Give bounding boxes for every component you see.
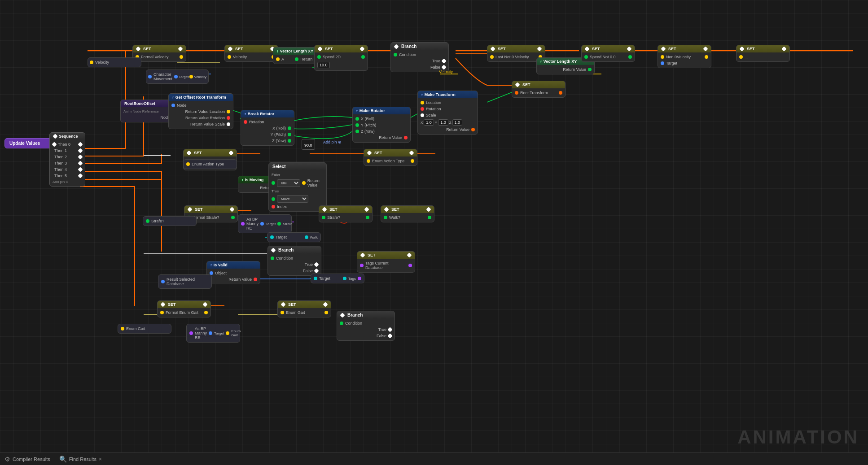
- strafe-var: Strafe?: [143, 216, 197, 226]
- break-rotator-node: f Break Rotator Rotation X (Roll) Y (Pit…: [241, 110, 294, 146]
- compiler-icon: ⚙: [4, 456, 10, 463]
- set-strafe-2: SET Strafe?: [319, 205, 373, 222]
- set-strafe-3: SET Walk?: [381, 205, 434, 222]
- set-node-tr3: SET ...: [736, 45, 790, 62]
- branch-is-valid: Branch Condition True False: [267, 246, 321, 276]
- character-movement-node: Character MovementTargetVelocity: [146, 70, 209, 84]
- set-speed-2d: SET Speed 2D 10.0: [314, 45, 368, 71]
- set-enum-action-2: SET Enum Action Type: [364, 149, 417, 166]
- set-enum-gait-1: SET Formal Enum Gait: [157, 300, 211, 317]
- enum-action-var: Enum Action Type: [183, 159, 237, 169]
- value-90: 90.0: [302, 139, 315, 150]
- sequence-node: Sequence Then 0 Then 1 Then 2 Then 3 The…: [49, 132, 85, 187]
- add-pin-label: Add pin ⊕: [323, 140, 342, 144]
- velocity-label: Velocity: [439, 70, 453, 74]
- true-select[interactable]: Move: [277, 195, 308, 203]
- make-rotator-node: f Make Rotator X (Roll) Y (Pitch) Z (Yaw…: [352, 107, 411, 143]
- get-offset-root-node: f Get Offset Root Transform Node Return …: [168, 93, 233, 129]
- set-node-tr1: SET Speed Not 0.0: [581, 45, 635, 62]
- branch-node-top: Branch Condition True False: [390, 42, 449, 72]
- set-root-transform: SET Root Transform: [512, 81, 566, 98]
- update-values-label: Update Values: [9, 141, 40, 146]
- search-icon: 🔍: [59, 456, 67, 463]
- set-node-2: SET Velocity: [224, 45, 278, 62]
- as-bp-manny-re-strafe: As BP Manny RETargetStrafe: [238, 214, 292, 233]
- enum-gait-var: Enum Gait: [118, 324, 171, 334]
- set-tags-database: SET Tags Current Database: [357, 251, 415, 273]
- select-node: Select False Idle Return Value True Move…: [268, 162, 327, 212]
- close-find-button[interactable]: ×: [99, 456, 102, 462]
- velocity-node: Velocity: [88, 57, 141, 67]
- target-tags-node: TargetTags: [311, 274, 364, 283]
- is-valid-node: f Is Valid Object Return Value: [206, 261, 260, 284]
- find-results[interactable]: 🔍 Find Results ×: [59, 456, 102, 463]
- sequence-header: Sequence: [50, 133, 85, 140]
- set-enum-gait-2: SET Enum Gait: [277, 300, 331, 317]
- compiler-results[interactable]: ⚙ Compiler Results: [4, 456, 50, 463]
- target-walk-node: TargetWalk: [267, 232, 321, 242]
- set-node-tr2: SET Non 0Velocity Target: [658, 45, 711, 68]
- as-bp-manny-re-gait: As BP Manny RETargetEnum Gait: [186, 324, 240, 343]
- false-select[interactable]: Idle: [277, 179, 300, 187]
- blueprint-canvas: Update Values Sequence Then 0 Then 1 The…: [0, 0, 868, 465]
- bottom-bar: ⚙ Compiler Results 🔍 Find Results ×: [0, 452, 868, 465]
- animation-watermark: ANIMATION: [737, 426, 859, 448]
- make-transform-node: f Make Transform Location Rotation Scale…: [417, 91, 478, 135]
- branch-bottom: Branch Condition True False: [337, 311, 395, 341]
- result-database-node: Result Selected Database: [158, 274, 212, 289]
